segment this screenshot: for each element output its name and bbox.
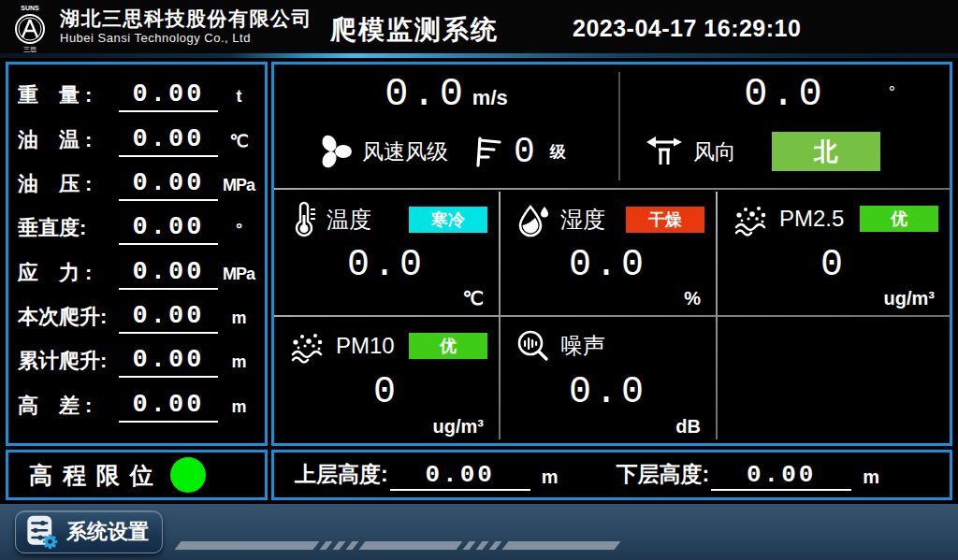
- metric-label: 高 差 :: [18, 392, 115, 423]
- sansi-logo-icon: SUNS 三思: [7, 3, 52, 53]
- wind-level-unit: 级: [550, 141, 566, 163]
- cell-temperature-head: 温度 寒冷: [274, 190, 499, 238]
- pm10-value: 0: [274, 371, 499, 413]
- pm25-unit: ug/m³: [884, 288, 935, 309]
- humidity-label: 湿度: [560, 205, 605, 235]
- wind-speed-value: 0.0: [385, 72, 467, 117]
- cell-humidity-head: 湿度 干燥: [501, 190, 716, 238]
- fan-icon: [313, 131, 355, 172]
- humidity-status-badge: 干燥: [626, 207, 704, 233]
- cell-pm25: PM2.5 优 0 ug/m³: [718, 190, 950, 315]
- metric-row-weight: 重 量 : 0.00 t: [18, 81, 255, 112]
- metric-row-oil-pressure: 油 压 : 0.00 MPa: [18, 170, 255, 201]
- pm25-value: 0: [718, 244, 950, 286]
- wind-direction-unit: °: [889, 83, 895, 103]
- metric-value: 0.00: [119, 348, 218, 378]
- pm25-status-badge: 优: [860, 206, 938, 232]
- noise-unit: dB: [675, 416, 701, 438]
- settings-sliders-icon: [23, 512, 59, 552]
- humidity-value: 0.0: [501, 244, 716, 286]
- pm10-status-badge: 优: [409, 333, 487, 359]
- wind-level-value: 0: [514, 132, 535, 172]
- metric-row-height-diff: 高 差 : 0.00 m: [18, 392, 255, 423]
- temperature-value: 0.0: [274, 244, 499, 286]
- metric-label: 垂直度:: [18, 214, 115, 245]
- temperature-status-badge: 寒冷: [409, 207, 487, 233]
- lower-height-label: 下层高度:: [616, 460, 709, 491]
- cell-noise-head: 噪声: [501, 317, 716, 364]
- company-name-en: Hubei Sansi Technology Co., Ltd: [60, 32, 312, 45]
- company-block: 湖北三思科技股份有限公司 Hubei Sansi Technology Co.,…: [60, 8, 312, 45]
- droplet-icon: [515, 201, 551, 238]
- metric-row-current-climb: 本次爬升: 0.00 m: [18, 303, 255, 334]
- metric-row-verticality: 垂直度: 0.00 °: [18, 214, 255, 245]
- metric-value: 0.00: [119, 127, 218, 157]
- cell-pm10-head: PM10 优: [274, 317, 499, 364]
- cell-noise: 噪声 0.0 dB: [501, 317, 716, 443]
- system-settings-label: 系统设置: [66, 518, 149, 546]
- metric-value: 0.00: [119, 82, 218, 112]
- temperature-unit: ℃: [463, 287, 484, 309]
- taskbar-decor-stripes: [178, 541, 617, 550]
- metric-value: 0.00: [119, 171, 218, 201]
- layer-heights-box: 上层高度: 0.00 m 下层高度: 0.00 m: [271, 450, 952, 500]
- metric-unit: m: [222, 309, 255, 334]
- noise-icon: [515, 328, 551, 364]
- elevation-limit-box: 高 程 限 位: [6, 450, 268, 500]
- pm10-unit: ug/m³: [433, 416, 484, 438]
- metric-label: 油 压 :: [18, 170, 115, 201]
- pm25-label: PM2.5: [779, 206, 844, 232]
- wind-direction-row: 风向 北: [643, 126, 880, 177]
- logo-suns-text: SUNS: [21, 5, 39, 11]
- metric-label: 应 力 :: [18, 259, 115, 290]
- wind-direction-badge: 北: [772, 132, 880, 171]
- metric-row-total-climb: 累计爬升: 0.00 m: [18, 347, 255, 378]
- metric-label: 本次爬升:: [18, 303, 115, 334]
- metric-label: 油 温 :: [18, 126, 115, 157]
- metric-unit: t: [222, 87, 255, 112]
- particles-icon: [733, 201, 770, 237]
- metric-value: 0.00: [119, 393, 218, 423]
- datetime-display: 2023-04-17 16:29:10: [573, 15, 801, 42]
- header-bar: SUNS 三思 湖北三思科技股份有限公司 Hubei Sansi Technol…: [0, 0, 958, 53]
- wind-direction-section: 0.0 ° 风向 北: [620, 65, 950, 188]
- monitor-screen: SUNS 三思 湖北三思科技股份有限公司 Hubei Sansi Technol…: [0, 0, 958, 560]
- taskbar: 系统设置: [0, 504, 958, 560]
- upper-height-group: 上层高度: 0.00 m: [295, 460, 558, 491]
- upper-height-value: 0.00: [390, 463, 530, 491]
- wind-speed-unit: m/s: [472, 86, 508, 109]
- upper-height-label: 上层高度:: [295, 460, 388, 491]
- company-name-cn: 湖北三思科技股份有限公司: [60, 8, 312, 29]
- metric-row-stress: 应 力 : 0.00 MPa: [18, 259, 255, 290]
- metric-unit: m: [222, 352, 255, 378]
- wind-direction-value: 0.0: [744, 72, 826, 117]
- metric-value: 0.00: [119, 304, 218, 334]
- wind-vane-icon: [643, 131, 686, 172]
- wind-direction-label: 风向: [693, 137, 736, 166]
- elevation-limit-light: [170, 457, 206, 493]
- metric-unit: ℃: [222, 131, 255, 157]
- cell-pm25-head: PM2.5 优: [718, 190, 950, 237]
- metric-unit: °: [222, 220, 255, 245]
- thermometer-icon: [289, 201, 317, 238]
- metric-unit: m: [222, 397, 255, 423]
- noise-value: 0.0: [501, 371, 716, 413]
- wind-speed-section: 0.0m/s 风速风级 0 级: [274, 65, 618, 188]
- upper-height-unit: m: [542, 467, 559, 491]
- lower-height-value: 0.00: [711, 463, 851, 491]
- system-settings-button[interactable]: 系统设置: [15, 510, 163, 553]
- logo-sansi-text: 三思: [23, 46, 36, 52]
- particles-icon: [289, 328, 327, 364]
- metric-row-oil-temp: 油 温 : 0.00 ℃: [18, 126, 255, 157]
- wind-direction-readout: 0.0: [620, 72, 950, 117]
- lower-height-unit: m: [863, 467, 879, 491]
- elevation-limit-label: 高 程 限 位: [29, 460, 155, 491]
- metric-label: 重 量 :: [18, 81, 115, 112]
- environment-panel: 0.0m/s 风速风级 0 级 0.0 °: [271, 62, 952, 446]
- pm10-label: PM10: [336, 333, 395, 359]
- header-accent-strip: [0, 53, 958, 58]
- metric-unit: MPa: [222, 265, 255, 290]
- wind-speed-readout: 0.0m/s: [274, 72, 618, 117]
- cell-humidity: 湿度 干燥 0.0 %: [501, 190, 716, 315]
- metric-value: 0.00: [119, 215, 218, 245]
